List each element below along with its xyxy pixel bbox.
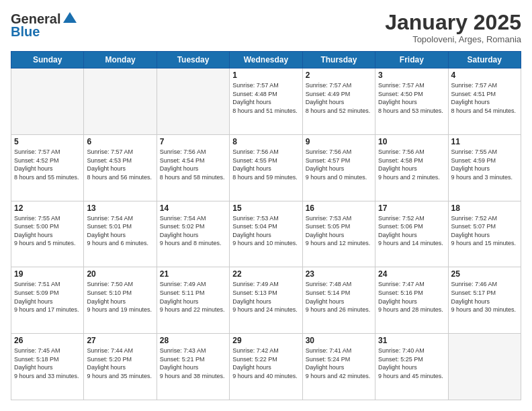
week-row-5: 26Sunrise: 7:45 AMSunset: 5:18 PMDayligh… [11,334,521,400]
day-cell: 10Sunrise: 7:56 AMSunset: 4:58 PMDayligh… [375,134,448,201]
header: General Blue January 2025 Topoloveni, Ar… [11,11,521,44]
day-number: 10 [378,137,445,146]
day-info: Sunrise: 7:46 AMSunset: 5:17 PMDaylight … [451,280,518,314]
day-number: 15 [232,203,299,213]
day-info: Sunrise: 7:57 AMSunset: 4:50 PMDaylight … [378,81,445,115]
day-number: 13 [87,203,153,213]
day-info: Sunrise: 7:51 AMSunset: 5:09 PMDaylight … [14,280,81,314]
day-cell: 11Sunrise: 7:55 AMSunset: 4:59 PMDayligh… [448,134,521,201]
day-number: 12 [14,203,81,213]
day-header-sunday: Sunday [11,52,84,68]
day-info: Sunrise: 7:56 AMSunset: 4:58 PMDaylight … [378,148,445,181]
logo-icon [62,11,78,27]
day-number: 2 [306,71,372,80]
day-number: 8 [232,137,299,146]
svg-marker-0 [63,12,77,23]
location: Topoloveni, Arges, Romania [385,34,521,44]
day-number: 25 [451,269,518,279]
day-cell [84,68,157,135]
week-row-2: 5Sunrise: 7:57 AMSunset: 4:52 PMDaylight… [11,134,521,201]
day-cell: 27Sunrise: 7:44 AMSunset: 5:20 PMDayligh… [84,334,157,400]
day-cell: 20Sunrise: 7:50 AMSunset: 5:10 PMDayligh… [84,267,157,334]
day-info: Sunrise: 7:52 AMSunset: 5:07 PMDaylight … [451,214,518,248]
page: General Blue January 2025 Topoloveni, Ar… [0,0,532,411]
day-number: 29 [232,336,299,345]
day-info: Sunrise: 7:49 AMSunset: 5:11 PMDaylight … [160,280,226,314]
day-cell: 28Sunrise: 7:43 AMSunset: 5:21 PMDayligh… [157,334,229,400]
day-number: 16 [306,203,372,213]
day-info: Sunrise: 7:43 AMSunset: 5:21 PMDaylight … [160,347,226,380]
day-number: 22 [232,269,299,279]
week-row-3: 12Sunrise: 7:55 AMSunset: 5:00 PMDayligh… [11,201,521,267]
day-info: Sunrise: 7:55 AMSunset: 5:00 PMDaylight … [14,214,81,248]
day-info: Sunrise: 7:49 AMSunset: 5:13 PMDaylight … [232,280,299,314]
day-info: Sunrise: 7:57 AMSunset: 4:48 PMDaylight … [232,81,299,115]
day-cell [157,68,229,135]
day-cell: 5Sunrise: 7:57 AMSunset: 4:52 PMDaylight… [11,134,84,201]
day-header-saturday: Saturday [448,52,521,68]
day-number: 14 [160,203,226,213]
day-cell: 4Sunrise: 7:57 AMSunset: 4:51 PMDaylight… [448,68,521,135]
day-number: 28 [160,336,226,345]
day-cell: 14Sunrise: 7:54 AMSunset: 5:02 PMDayligh… [157,201,229,267]
day-info: Sunrise: 7:57 AMSunset: 4:49 PMDaylight … [306,81,372,115]
day-number: 30 [306,336,372,345]
day-number: 18 [451,203,518,213]
day-cell: 31Sunrise: 7:40 AMSunset: 5:25 PMDayligh… [375,334,448,400]
day-cell: 30Sunrise: 7:41 AMSunset: 5:24 PMDayligh… [302,334,375,400]
calendar: SundayMondayTuesdayWednesdayThursdayFrid… [11,51,521,400]
day-cell: 13Sunrise: 7:54 AMSunset: 5:01 PMDayligh… [84,201,157,267]
day-number: 20 [87,269,153,279]
day-cell: 25Sunrise: 7:46 AMSunset: 5:17 PMDayligh… [448,267,521,334]
day-cell: 23Sunrise: 7:48 AMSunset: 5:14 PMDayligh… [302,267,375,334]
logo: General Blue [11,11,78,40]
day-number: 24 [378,269,445,279]
day-number: 3 [378,71,445,80]
day-number: 9 [306,137,372,146]
day-cell [11,68,84,135]
day-info: Sunrise: 7:40 AMSunset: 5:25 PMDaylight … [378,347,445,380]
day-number: 1 [232,71,299,80]
day-cell [448,334,521,400]
day-cell: 1Sunrise: 7:57 AMSunset: 4:48 PMDaylight… [230,68,302,135]
day-number: 26 [14,336,81,345]
day-number: 19 [14,269,81,279]
week-row-1: 1Sunrise: 7:57 AMSunset: 4:48 PMDaylight… [11,68,521,135]
day-cell: 12Sunrise: 7:55 AMSunset: 5:00 PMDayligh… [11,201,84,267]
day-number: 23 [306,269,372,279]
day-cell: 21Sunrise: 7:49 AMSunset: 5:11 PMDayligh… [157,267,229,334]
day-cell: 15Sunrise: 7:53 AMSunset: 5:04 PMDayligh… [230,201,302,267]
day-number: 4 [451,71,518,80]
day-info: Sunrise: 7:57 AMSunset: 4:53 PMDaylight … [87,148,153,181]
day-info: Sunrise: 7:57 AMSunset: 4:51 PMDaylight … [451,81,518,115]
day-header-friday: Friday [375,52,448,68]
day-info: Sunrise: 7:57 AMSunset: 4:52 PMDaylight … [14,148,81,181]
day-cell: 17Sunrise: 7:52 AMSunset: 5:06 PMDayligh… [375,201,448,267]
day-number: 7 [160,137,226,146]
day-cell: 8Sunrise: 7:56 AMSunset: 4:55 PMDaylight… [230,134,302,201]
month-title: January 2025 [385,11,521,34]
day-info: Sunrise: 7:50 AMSunset: 5:10 PMDaylight … [87,280,153,314]
title-section: January 2025 Topoloveni, Arges, Romania [385,11,521,44]
day-cell: 29Sunrise: 7:42 AMSunset: 5:22 PMDayligh… [230,334,302,400]
day-info: Sunrise: 7:41 AMSunset: 5:24 PMDaylight … [306,347,372,380]
day-cell: 18Sunrise: 7:52 AMSunset: 5:07 PMDayligh… [448,201,521,267]
day-info: Sunrise: 7:53 AMSunset: 5:04 PMDaylight … [232,214,299,248]
day-number: 6 [87,137,153,146]
day-number: 17 [378,203,445,213]
day-cell: 26Sunrise: 7:45 AMSunset: 5:18 PMDayligh… [11,334,84,400]
day-number: 21 [160,269,226,279]
day-header-monday: Monday [84,52,157,68]
day-number: 27 [87,336,153,345]
day-cell: 9Sunrise: 7:56 AMSunset: 4:57 PMDaylight… [302,134,375,201]
week-row-4: 19Sunrise: 7:51 AMSunset: 5:09 PMDayligh… [11,267,521,334]
calendar-header-row: SundayMondayTuesdayWednesdayThursdayFrid… [11,52,521,68]
day-cell: 3Sunrise: 7:57 AMSunset: 4:50 PMDaylight… [375,68,448,135]
day-cell: 22Sunrise: 7:49 AMSunset: 5:13 PMDayligh… [230,267,302,334]
day-cell: 19Sunrise: 7:51 AMSunset: 5:09 PMDayligh… [11,267,84,334]
day-info: Sunrise: 7:47 AMSunset: 5:16 PMDaylight … [378,280,445,314]
day-cell: 7Sunrise: 7:56 AMSunset: 4:54 PMDaylight… [157,134,229,201]
day-cell: 16Sunrise: 7:53 AMSunset: 5:05 PMDayligh… [302,201,375,267]
day-info: Sunrise: 7:56 AMSunset: 4:54 PMDaylight … [160,148,226,181]
day-number: 11 [451,137,518,146]
